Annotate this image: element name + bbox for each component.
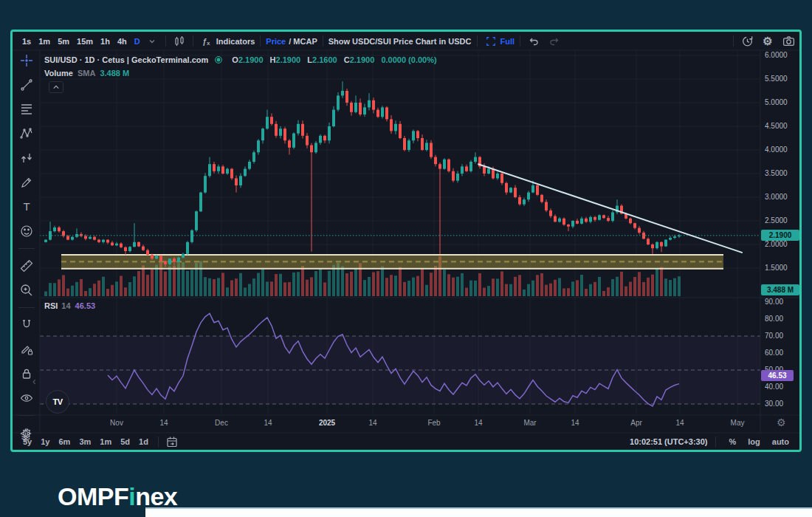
open-label: O <box>232 55 238 64</box>
toolbar-right-group: ⚙ <box>728 34 799 49</box>
volume-sma-label: SMA <box>78 69 95 78</box>
rsi-axis-label: 80.00 <box>765 315 783 323</box>
rsi-axis-label: 60.00 <box>765 349 783 357</box>
range-button-6m[interactable]: 6m <box>55 436 75 447</box>
rsi-period: 14 <box>61 301 70 310</box>
drawing-lock-icon[interactable] <box>17 340 36 358</box>
text-tool-icon[interactable]: T <box>17 198 36 216</box>
timeframe-button-active[interactable]: D <box>131 35 144 47</box>
range-button-1y[interactable]: 1y <box>36 436 54 447</box>
hide-all-icon[interactable] <box>17 389 36 407</box>
timeframe-button-15m[interactable]: 15m <box>73 35 97 47</box>
volume-legend[interactable]: Volume SMA 3.488 M <box>44 69 129 78</box>
redo-icon[interactable] <box>546 34 562 49</box>
go-to-date-icon[interactable] <box>164 434 180 449</box>
mcap-toggle[interactable]: / MCAP <box>289 37 317 46</box>
log-scale-button[interactable]: log <box>743 436 765 447</box>
fib-retracement-icon[interactable] <box>17 100 36 118</box>
auto-scale-button[interactable]: auto <box>768 436 794 447</box>
timeframe-button-1s[interactable]: 1s <box>18 35 35 47</box>
camera-icon[interactable] <box>780 34 796 49</box>
divider <box>715 436 716 448</box>
emoji-icon[interactable] <box>17 222 36 240</box>
high-label: H <box>270 55 276 64</box>
long-short-position-icon[interactable] <box>17 149 36 167</box>
rsi-label: RSI <box>44 301 58 310</box>
timeframe-group: 1s1m5m15m1h4h <box>18 37 131 46</box>
rsi-value: 46.53 <box>75 301 96 310</box>
zoom-in-icon[interactable] <box>17 281 36 299</box>
sidebar-collapse-handle[interactable]: ‹ <box>32 375 36 387</box>
time-axis-label: 14 <box>474 419 482 427</box>
timeframe-button-1m[interactable]: 1m <box>35 35 54 47</box>
show-usdc-chart-button[interactable]: Show USDC/SUI Price Chart in USDC <box>328 37 472 46</box>
change-value: 0.0000 (0.00%) <box>381 55 436 64</box>
rsi-axis-label: 40.00 <box>765 383 783 391</box>
volume-label: Volume <box>44 69 73 78</box>
magnet-icon[interactable] <box>17 316 36 334</box>
ohlc-values: O2.1900 H2.1900 L2.1600 C2.1900 0.0000 (… <box>227 55 436 64</box>
brush-icon[interactable] <box>17 174 36 191</box>
timezone-gear-icon[interactable]: ⚙ <box>777 417 786 428</box>
divider <box>18 415 35 416</box>
timeframe-button-4h[interactable]: 4h <box>114 35 131 47</box>
chevron-down-icon[interactable] <box>144 34 160 49</box>
tradingview-logo[interactable]: TV <box>46 390 69 414</box>
price-axis-label: 1.5000 <box>765 264 788 272</box>
top-toolbar: 1s1m5m15m1h4h D ƒx Indicators Price / MC… <box>13 32 799 50</box>
rsi-legend[interactable]: RSI 14 46.53 <box>44 301 95 310</box>
time-axis-label: Dec <box>215 419 228 427</box>
ompfinex-logo: OMPFinex <box>58 482 177 511</box>
price-axis-label: 5.0000 <box>765 98 788 106</box>
rsi-axis-label: 70.00 <box>765 332 783 340</box>
range-button-5y[interactable]: 5y <box>18 436 36 447</box>
price-toggle[interactable]: Price <box>266 37 286 46</box>
trendline-icon[interactable] <box>17 76 36 94</box>
price-axis-label: 3.0000 <box>765 193 788 201</box>
divider <box>158 436 159 448</box>
range-button-1d[interactable]: 1d <box>134 436 153 447</box>
svg-text:T: T <box>23 200 30 213</box>
clock[interactable]: 10:02:51 (UTC+3:30) <box>630 437 707 446</box>
full-button[interactable]: Full <box>500 37 515 46</box>
time-axis-label: 14 <box>368 419 376 427</box>
bottom-right-group: 10:02:51 (UTC+3:30) % log auto <box>630 436 794 448</box>
divider <box>18 248 35 249</box>
volume-value: 3.488 M <box>100 69 129 78</box>
crosshair-icon[interactable] <box>17 52 36 69</box>
range-button-3m[interactable]: 3m <box>75 436 95 447</box>
open-value: 2.1900 <box>238 55 264 64</box>
market-status-dot <box>214 55 223 64</box>
current-rsi-badge: 46.53 <box>761 370 794 381</box>
fullscreen-icon[interactable] <box>483 34 499 49</box>
close-label: C <box>344 55 350 64</box>
range-button-5d[interactable]: 5d <box>116 436 134 447</box>
timeframe-button-1h[interactable]: 1h <box>97 35 114 47</box>
indicators-button[interactable]: Indicators <box>216 37 255 46</box>
time-axis-label: Feb <box>427 419 440 427</box>
reload-clock-icon[interactable] <box>739 34 755 49</box>
time-axis-label: 14 <box>571 419 579 427</box>
price-axis-label: 4.5000 <box>765 122 788 130</box>
undo-icon[interactable] <box>526 34 542 49</box>
logo-right: nex <box>135 482 177 510</box>
svg-text:x: x <box>207 40 210 47</box>
legend-collapse-button[interactable] <box>49 81 63 93</box>
divider <box>18 307 35 308</box>
price-axis-label: 2.0000 <box>765 240 788 248</box>
candlestick-style-icon[interactable] <box>171 34 187 49</box>
fx-icon[interactable]: ƒx <box>199 34 215 49</box>
xabcd-pattern-icon[interactable] <box>17 125 36 143</box>
ruler-icon[interactable] <box>17 257 36 275</box>
logo-accent: i <box>128 482 135 510</box>
rsi-axis-label: 90.00 <box>765 298 783 306</box>
screenshot-stage: OMPFinex 1s1m5m15m1h4h D ƒx Indicators P… <box>0 0 812 517</box>
price-axis-label: 2.5000 <box>765 216 788 225</box>
range-button-1m[interactable]: 1m <box>95 436 116 447</box>
range-group: 5y1y6m3m1m5d1d <box>18 436 153 447</box>
percent-scale-button[interactable]: % <box>724 436 740 447</box>
close-value: 2.1900 <box>350 55 375 64</box>
timeframe-button-5m[interactable]: 5m <box>54 35 73 47</box>
symbol-legend[interactable]: SUI/USD · 1D · Cetus | GeckoTerminal.com… <box>44 55 437 64</box>
settings-gear-icon[interactable]: ⚙ <box>760 34 776 49</box>
